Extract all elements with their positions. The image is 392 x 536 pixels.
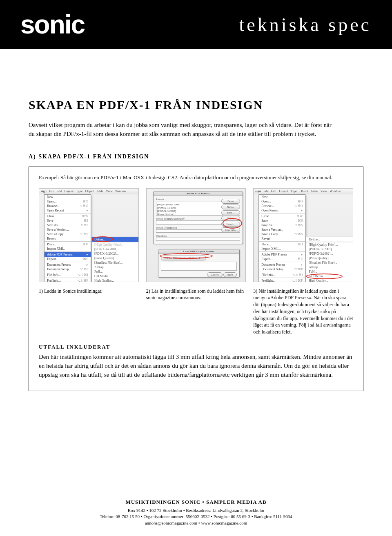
flyout-item[interactable]: [Press Quality]... [92,256,139,260]
menu-item[interactable]: Save⌘S [45,218,91,223]
menu-item[interactable]: Save a Copy...⌥⌘S [45,232,91,236]
utfall-text: Den här inställningen kommer att automat… [39,353,353,379]
logo: sonic [20,9,85,40]
menu-item[interactable]: Document Presets▸ [45,262,91,267]
menu-item[interactable]: Open Recent▸ [259,208,305,213]
menubar-item[interactable]: File [263,189,268,193]
cancel-button[interactable]: Cancel [207,272,222,277]
footer: MUSIKTIDNINGEN SONIC • SAMPLER MEDIA AB … [0,498,392,526]
menu-item[interactable]: Export...⌘E [45,257,91,261]
menu-bar: signFileEditLayoutTypeObjectTableViewWin… [254,189,353,194]
dialog-title: Adobe PDF Presets [154,191,243,196]
flyout-item[interactable]: [High Quality Print]... [306,242,353,247]
menu-item[interactable]: Document Setup...⌥⌘P [45,267,91,271]
flyout-item[interactable]: [Smallest File Size]... [92,260,139,265]
menubar-item[interactable]: Edit [271,189,276,193]
menu-item[interactable]: Save As...⇧⌘S [259,223,305,227]
menubar-item[interactable]: Type [76,189,82,193]
menubar-item[interactable]: View [320,189,327,193]
menubar-item[interactable]: View [106,189,113,193]
menubar-item[interactable]: Edit [56,189,62,193]
menubar-item[interactable]: Window [115,189,126,193]
menubar-item[interactable]: File [49,189,54,193]
menu-item[interactable]: Import XML... [45,247,91,251]
menu-item[interactable]: Adobe PDF Presets▸ [45,252,91,257]
menu-item[interactable]: Browse...⌥⌘O [45,204,91,208]
menu-item[interactable]: Place...⌘D [259,242,305,247]
flyout-item[interactable]: FoH... [92,269,139,274]
menu-item[interactable]: Close⌘W [259,214,305,218]
utfall-heading: UTFALL INKLUDERAT [39,344,353,350]
menu-item[interactable]: Save a Version... [259,227,305,232]
flyout-item[interactable]: GD Media... [92,274,139,278]
menu-item[interactable]: Save a Copy...⌥⌘S [259,232,305,236]
menubar-item[interactable]: Object [85,189,94,193]
flyout-item[interactable]: [PDF/X-1a:2001]... [92,247,139,251]
menu-item[interactable]: Place...⌘D [45,242,91,247]
menubar-item[interactable]: Object [300,189,308,193]
menubar-item[interactable]: Layout [279,189,288,193]
menubar-item[interactable]: Type [291,189,297,193]
menu-item[interactable]: Document Presets▸ [259,262,305,267]
footer-line: Telefon: 08-702 15 50 • Organisationsnum… [0,514,392,520]
menu-item[interactable]: Preflight...⌥⇧⌘F [259,278,305,282]
menu-item[interactable]: Open Recent▸ [45,208,91,213]
example-text: Exempel: Så här gör man en PDF/x-1 i Mac… [39,174,353,181]
menu-item[interactable]: Revert [45,236,91,241]
flyout-item[interactable]: [Smallest File Size]... [306,260,353,265]
caption-2: 2) Läs in inställningsfilen som du ladda… [146,288,246,336]
intro-text: Oavsett vilket program du arbetar i kan … [29,121,339,139]
menu-item[interactable]: New [45,195,91,199]
dialog-button[interactable]: Done [221,199,240,204]
flyout-item[interactable]: [PDF/X-3:2002]... [306,251,353,256]
menubar-item[interactable]: Table [96,189,103,193]
menubar-item[interactable]: Table [311,189,318,193]
highlight-circle [223,218,242,229]
menubar-item[interactable]: Window [330,189,341,193]
menu-item[interactable]: File Info...⌥⇧⌘I [45,273,91,277]
menu-item[interactable]: Export...⌘E [259,257,305,261]
flyout-item[interactable]: High Quality... [92,278,139,282]
flyout-item[interactable]: Define... [306,237,353,242]
flyout-item[interactable]: Affkap... [92,265,139,269]
highlight-circle [92,236,113,242]
menu-item[interactable]: Revert [259,236,305,241]
menu-item[interactable]: Browse...⌥⌘O [259,204,305,208]
flyout-item[interactable]: [High Quality Print]... [92,242,139,247]
presets-dialog: Adobe PDF Presets Presets [High Quality … [153,191,243,244]
screenshot-2: Adobe PDF Presets Presets [High Quality … [146,188,246,282]
menu-item[interactable]: Save As...⇧⌘S [45,223,91,227]
menubar-item[interactable]: Layout [65,189,74,193]
flyout-item[interactable]: [PDF/X-1a:2001]... [306,247,353,251]
header-title: tekniska spec [239,14,372,36]
dialog-button[interactable]: Edit... [221,210,240,215]
content: SKAPA EN PDF/X-1 FRÅN INDESIGN Oavsett v… [0,49,392,391]
flyout-item[interactable]: [PDF/X-3:2002]... [92,251,139,256]
file-menu: NewOpen...⌘OBrowse...⌥⌘OOpen Recent▸Clos… [258,194,305,282]
menu-item[interactable]: File Info...⌥⇧⌘I [259,273,305,277]
captions-row: 1) Ladda in Sonics inställningar. 2) Läs… [39,288,353,336]
screenshot-3: signFileEditLayoutTypeObjectTableViewWin… [253,188,353,282]
menu-item[interactable]: Close⌘W [45,214,91,218]
menu-item[interactable]: Save a Version... [45,227,91,232]
page-header: sonic tekniska spec [0,0,392,49]
screenshot-1: signFileEditLayoutTypeObjectTableViewWin… [39,188,139,282]
menu-item[interactable]: Import XML... [259,247,305,251]
flyout-item[interactable]: [Press Quality]... [306,256,353,260]
dialog-button[interactable]: New... [221,205,240,209]
menu-item[interactable]: Adobe PDF Presets▸ [259,252,305,257]
flyout-item[interactable]: Affkap... [306,265,353,269]
instruction-box: Exempel: Så här gör man en PDF/x-1 i Mac… [29,167,363,391]
menu-item[interactable]: Save⌘S [259,218,305,223]
menu-item[interactable]: Open...⌘O [45,199,91,204]
menu-item[interactable]: Document Setup...⌥⌘P [259,267,305,271]
menu-item[interactable]: New [259,195,305,199]
menubar-item[interactable]: sign [255,189,261,193]
open-button[interactable]: Open [223,272,237,277]
flyout-item[interactable]: FoH... [306,269,353,274]
footer-company: MUSIKTIDNINGEN SONIC • SAMPLER MEDIA AB [0,498,392,506]
menu-item[interactable]: Open...⌘O [259,199,305,204]
menubar-item[interactable]: sign [41,189,47,193]
screenshots-row: signFileEditLayoutTypeObjectTableViewWin… [39,188,353,282]
menu-item[interactable]: Preflight...⌥⇧⌘F [45,278,91,282]
